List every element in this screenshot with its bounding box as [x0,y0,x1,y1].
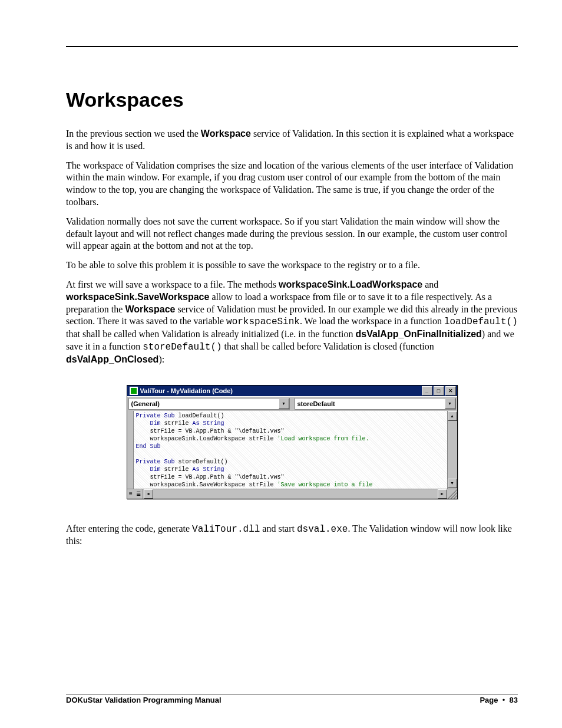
bold-term: dsValApp_OnClosed [66,354,158,364]
app-icon [130,387,138,395]
code-term: loadDefault() [444,317,518,327]
code-term: ValiTour.dll [192,524,260,535]
text: After entering the code, generate [66,523,192,533]
procedure-dropdown-text: storeDefault [295,400,445,407]
keyword: Dim [136,420,161,427]
text: and start [260,523,297,533]
footer-separator: • [503,696,505,704]
text: and [422,279,438,289]
keyword: As String [193,466,224,473]
scroll-up-button[interactable]: ▲ [448,411,457,421]
dropdown-row: (General) ▼ storeDefault ▼ [127,396,457,411]
paragraph-1: In the previous section we used the Work… [66,128,518,153]
footer-row: DOKuStar Validation Programming Manual P… [66,694,518,704]
code-text: workspaceSink.SaveWorkspace strFile [136,482,277,488]
code-term: dsval.exe [297,524,348,535]
text: that shall be called before Validation i… [222,341,434,351]
minimize-button[interactable]: _ [422,386,432,396]
close-button[interactable]: ✕ [445,386,456,396]
footer-page-label: Page [480,696,498,704]
code-gutter [127,411,134,489]
keyword: As String [193,420,224,427]
view-mode-icons: ≡ ≣ [127,489,143,499]
code-text: strFile = VB.App.Path & "\default.vws" [136,474,285,480]
keyword: Private Sub [136,459,175,465]
code-editor[interactable]: Private Sub loadDefault() Dim strFile As… [134,411,447,489]
comment: 'Load workspace from file. [277,436,369,442]
code-window-wrap: ValiTour - MyValidation (Code) _ □ ✕ (Ge… [66,385,518,499]
window-controls: _ □ ✕ [422,386,456,396]
text: ): [158,354,164,364]
footer-left: DOKuStar Validation Programming Manual [66,696,222,704]
bold-term: workspaceSink.LoadWorkspace [279,279,422,289]
page-footer: DOKuStar Validation Programming Manual P… [66,694,518,704]
bold-term: dsValApp_OnFinalInitialized [356,329,482,339]
bold-term: workspaceSink.SaveWorkspace [66,292,209,302]
comment: 'Save workspace into a file [277,482,373,488]
footer-page-number: 83 [510,696,518,704]
paragraph-2: The workspace of Validation comprises th… [66,160,518,209]
window-title: ValiTour - MyValidation (Code) [140,387,422,394]
vertical-scrollbar[interactable]: ▲ ▼ [447,411,457,489]
code-text: strFile [161,466,193,473]
text: In the previous section we used the [66,129,201,139]
blank-line [136,451,140,457]
object-dropdown[interactable]: (General) ▼ [128,398,290,410]
code-text: storeDefault() [175,459,228,465]
page-title: Workspaces [66,88,518,111]
keyword: End Sub [136,443,161,450]
top-rule [66,46,518,47]
paragraph-5: At first we will save a workspace to a f… [66,279,518,366]
paragraph-6: After entering the code, generate ValiTo… [66,523,518,548]
code-text: strFile [161,420,193,427]
keyword: Private Sub [136,413,175,419]
bold-term: Workspace [201,129,251,139]
paragraph-4: To be able to solve this problem it is p… [66,259,518,272]
bold-term: Workspace [125,304,175,314]
chevron-down-icon[interactable]: ▼ [279,398,289,409]
scroll-down-button[interactable]: ▼ [448,479,457,488]
object-dropdown-text: (General) [129,400,279,407]
bottom-bar: ≡ ≣ ◄ ► [127,489,457,499]
paragraph-3: Validation normally does not save the cu… [66,216,518,252]
code-term: workspaceSink [226,317,300,327]
text: At first we will save a workspace to a f… [66,279,279,289]
text: that shall be called when Validation is … [66,329,356,339]
window-titlebar[interactable]: ValiTour - MyValidation (Code) _ □ ✕ [127,386,457,396]
resize-grip[interactable] [448,489,457,499]
chevron-down-icon[interactable]: ▼ [445,398,455,409]
code-text: strFile = VB.App.Path & "\default.vws" [136,428,285,434]
procedure-dropdown[interactable]: storeDefault ▼ [295,398,456,410]
horizontal-scrollbar[interactable]: ◄ ► [143,489,448,499]
full-view-icon[interactable]: ≣ [135,489,143,499]
scroll-right-button[interactable]: ► [438,489,447,499]
footer-right: Page • 83 [480,696,518,704]
code-term: storeDefault() [143,342,222,353]
maximize-button[interactable]: □ [434,386,444,396]
code-text: loadDefault() [175,413,224,419]
keyword: Dim [136,466,161,473]
page: Workspaces In the previous section we us… [0,0,562,728]
proc-view-icon[interactable]: ≡ [127,489,135,499]
scroll-left-button[interactable]: ◄ [144,489,153,499]
text: . We load the workspace in a function [300,316,444,326]
code-text: workspaceSink.LoadWorkspace strFile [136,436,277,442]
code-window: ValiTour - MyValidation (Code) _ □ ✕ (Ge… [127,385,458,499]
code-body: Private Sub loadDefault() Dim strFile As… [127,411,457,489]
